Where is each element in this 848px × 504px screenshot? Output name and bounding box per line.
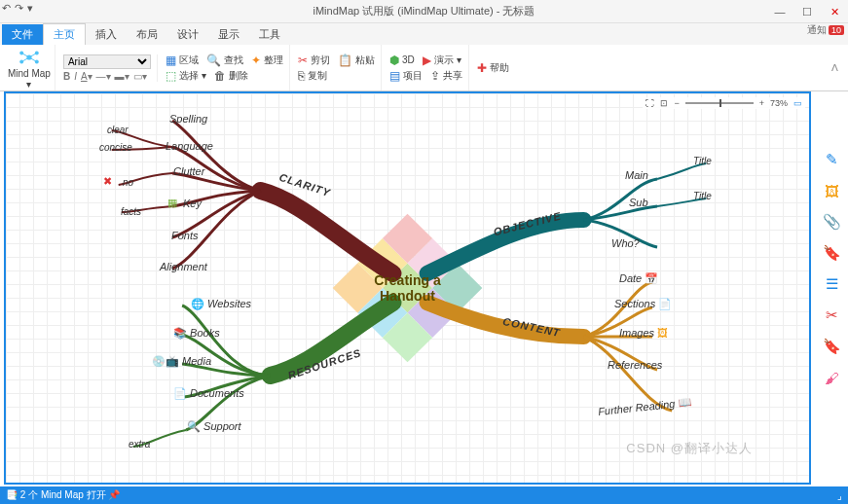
globe-icon: 🌐 — [191, 298, 204, 309]
tab-file[interactable]: 文件 — [2, 24, 43, 45]
node-concise[interactable]: concise — [99, 142, 132, 153]
node-who[interactable]: Who? — [611, 237, 640, 249]
node-sub-title[interactable]: Title — [693, 191, 712, 201]
tab-insert[interactable]: 插入 — [86, 24, 127, 45]
undo-icon[interactable]: ↶ — [2, 2, 11, 15]
project-button[interactable]: ▤项目 — [389, 69, 423, 83]
font-select[interactable]: Arial — [63, 54, 151, 69]
copy-button[interactable]: ⎘复制 — [298, 69, 327, 83]
node-references[interactable]: References — [608, 359, 662, 371]
node-facts[interactable]: facts — [121, 206, 141, 217]
status-left[interactable]: 📑 2 个 Mind Map 打开 📌 — [6, 488, 120, 502]
node-books[interactable]: 📚 Books — [173, 327, 220, 340]
cut-tool-icon[interactable]: ✂ — [822, 306, 841, 325]
node-extra[interactable]: extra — [129, 439, 150, 450]
node-websites[interactable]: 🌐 Websites — [191, 298, 251, 310]
tab-display[interactable]: 显示 — [208, 24, 249, 45]
arrange-button[interactable]: ✦整理 — [251, 54, 283, 67]
node-support[interactable]: 🔍 Support — [187, 420, 241, 433]
x-icon: ✖ — [103, 175, 112, 188]
3d-button[interactable]: ⬢3D — [389, 54, 415, 67]
delete-button[interactable]: 🗑删除 — [214, 69, 248, 83]
node-documents[interactable]: 📄 Documents — [173, 387, 244, 400]
node-key[interactable]: Key — [183, 198, 202, 209]
node-language[interactable]: Language — [166, 140, 213, 152]
node-clutter[interactable]: Clutter — [173, 165, 204, 177]
books-icon: 📚 — [173, 327, 187, 339]
node-alignment[interactable]: Alignment — [160, 261, 207, 272]
mindmap-mode-button[interactable]: Mind Map▾ — [4, 45, 55, 90]
close-button[interactable]: ✕ — [821, 0, 848, 23]
node-spelling[interactable]: Spelling — [169, 113, 207, 125]
note-icon: ▦ — [167, 197, 177, 209]
attach-tool-icon[interactable]: 📎 — [822, 212, 841, 232]
node-no[interactable]: no — [123, 177, 133, 188]
book-icon: 📖 — [678, 396, 692, 409]
calendar-icon: 📅 — [645, 272, 658, 284]
brush-tool-icon[interactable]: 🖌 — [822, 368, 841, 387]
font-color-button[interactable]: A▾ — [81, 71, 92, 82]
media-icon: 💿📺 — [152, 355, 179, 367]
node-images[interactable]: Images 🖼 — [619, 327, 668, 339]
search-icon: 🔍 — [187, 420, 201, 432]
notice-badge[interactable]: 10 — [829, 25, 844, 35]
image-tool-icon[interactable]: 🖼 — [822, 181, 841, 200]
node-sub[interactable]: Sub — [629, 197, 648, 208]
window-title: iMindMap 试用版 (iMindMap Ultimate) - 无标题 — [313, 4, 535, 18]
cut-button[interactable]: ✂剪切 — [298, 54, 330, 67]
shape-button[interactable]: ▭▾ — [133, 71, 147, 82]
document-icon: 📄 — [173, 387, 187, 399]
right-toolbar: ✎ 🖼 📎 🔖 ☰ ✂ 🔖 🖌 — [815, 91, 848, 485]
ribbon-collapse-icon[interactable]: ᐱ — [831, 62, 844, 73]
resize-handle-icon[interactable]: ⌟ — [837, 490, 842, 501]
bold-button[interactable]: B — [63, 71, 70, 82]
line-style-button[interactable]: —▾ — [96, 71, 111, 82]
node-main[interactable]: Main — [625, 169, 648, 181]
node-clear[interactable]: clear — [107, 125, 129, 135]
list-tool-icon[interactable]: ☰ — [822, 274, 841, 294]
present-button[interactable]: ▶演示▾ — [423, 54, 461, 67]
status-bar: 📑 2 个 Mind Map 打开 📌 ⌟ — [0, 486, 848, 504]
maximize-button[interactable]: ☐ — [793, 0, 821, 23]
area-button[interactable]: ▦区域 — [166, 54, 199, 67]
select-button[interactable]: ⬚选择▾ — [166, 69, 206, 83]
redo-icon[interactable]: ↷ — [15, 2, 23, 15]
find-button[interactable]: 🔍查找 — [206, 54, 243, 67]
image-icon: 🖼 — [657, 327, 668, 339]
ribbon-toolbar: Mind Map▾ Arial B I A▾ —▾ ▬▾ ▭▾ ▦区域 🔍查找 … — [0, 45, 848, 91]
bookmark-tool-icon[interactable]: 🔖 — [822, 337, 841, 356]
node-main-title[interactable]: Title — [693, 156, 712, 166]
node-date[interactable]: Date 📅 — [619, 272, 658, 285]
mindmap-canvas[interactable]: ⛶ ⊡ − + 73% ▭ — [4, 91, 811, 485]
tab-design[interactable]: 设计 — [167, 24, 208, 45]
help-button[interactable]: ✚帮助 — [477, 61, 509, 75]
central-topic[interactable]: Creating a Handout — [369, 272, 447, 304]
tab-home[interactable]: 主页 — [43, 23, 86, 45]
tab-layout[interactable]: 布局 — [127, 24, 167, 45]
share-button[interactable]: ⇪共享 — [430, 69, 462, 83]
fill-button[interactable]: ▬▾ — [115, 71, 129, 82]
dropdown-icon[interactable]: ▾ — [27, 2, 33, 15]
tag-tool-icon[interactable]: 🔖 — [822, 243, 841, 263]
node-media[interactable]: 💿📺 Media — [152, 355, 211, 368]
minimize-button[interactable]: — — [766, 0, 793, 23]
notice-label[interactable]: 通知 — [807, 23, 827, 37]
edit-tool-icon[interactable]: ✎ — [822, 150, 841, 169]
page-icon: 📄 — [658, 298, 672, 309]
node-sections[interactable]: Sections 📄 — [614, 298, 672, 310]
italic-button[interactable]: I — [74, 71, 77, 82]
menu-tabs: 文件 主页 插入 布局 设计 显示 工具 — [0, 23, 848, 45]
node-fonts[interactable]: Fonts — [171, 230, 199, 241]
tab-tools[interactable]: 工具 — [249, 24, 290, 45]
paste-button[interactable]: 📋粘贴 — [338, 54, 375, 67]
